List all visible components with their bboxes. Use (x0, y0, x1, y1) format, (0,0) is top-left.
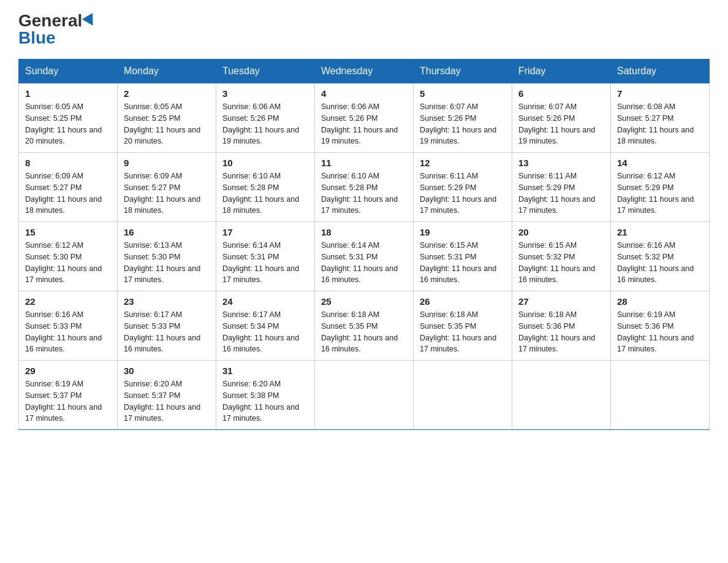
logo-triangle-icon (82, 13, 98, 29)
calendar-cell: 25 Sunrise: 6:18 AMSunset: 5:35 PMDaylig… (315, 291, 414, 361)
calendar-cell: 31 Sunrise: 6:20 AMSunset: 5:38 PMDaylig… (216, 361, 315, 430)
day-info: Sunrise: 6:07 AMSunset: 5:26 PMDaylight:… (518, 102, 595, 145)
calendar-week-row: 8 Sunrise: 6:09 AMSunset: 5:27 PMDayligh… (19, 153, 710, 222)
day-info: Sunrise: 6:10 AMSunset: 5:28 PMDaylight:… (321, 172, 398, 215)
page-header: General Blue (18, 12, 710, 47)
day-info: Sunrise: 6:11 AMSunset: 5:29 PMDaylight:… (420, 172, 496, 215)
day-info: Sunrise: 6:09 AMSunset: 5:27 PMDaylight:… (124, 172, 200, 215)
day-info: Sunrise: 6:18 AMSunset: 5:35 PMDaylight:… (420, 310, 496, 353)
day-number: 24 (222, 296, 308, 307)
day-info: Sunrise: 6:14 AMSunset: 5:31 PMDaylight:… (321, 241, 398, 284)
calendar-cell (315, 361, 414, 430)
day-number: 23 (124, 296, 210, 307)
calendar-week-row: 1 Sunrise: 6:05 AMSunset: 5:25 PMDayligh… (19, 83, 710, 153)
day-number: 26 (420, 296, 506, 307)
calendar-cell: 24 Sunrise: 6:17 AMSunset: 5:34 PMDaylig… (216, 291, 315, 361)
calendar-cell: 11 Sunrise: 6:10 AMSunset: 5:28 PMDaylig… (315, 153, 414, 222)
day-number: 22 (25, 296, 111, 307)
calendar-cell: 29 Sunrise: 6:19 AMSunset: 5:37 PMDaylig… (19, 361, 118, 430)
calendar-cell: 18 Sunrise: 6:14 AMSunset: 5:31 PMDaylig… (315, 222, 414, 291)
day-number: 21 (617, 227, 703, 237)
calendar-cell: 30 Sunrise: 6:20 AMSunset: 5:37 PMDaylig… (118, 361, 216, 430)
day-number: 1 (25, 88, 111, 99)
calendar-cell: 15 Sunrise: 6:12 AMSunset: 5:30 PMDaylig… (19, 222, 118, 291)
day-number: 5 (420, 88, 506, 99)
day-info: Sunrise: 6:16 AMSunset: 5:33 PMDaylight:… (25, 310, 102, 353)
weekday-header-sunday: Sunday (19, 59, 118, 83)
calendar-cell: 21 Sunrise: 6:16 AMSunset: 5:32 PMDaylig… (611, 222, 710, 291)
calendar-cell: 8 Sunrise: 6:09 AMSunset: 5:27 PMDayligh… (19, 153, 118, 222)
day-number: 20 (518, 227, 604, 237)
day-info: Sunrise: 6:05 AMSunset: 5:25 PMDaylight:… (124, 102, 200, 145)
calendar-cell: 28 Sunrise: 6:19 AMSunset: 5:36 PMDaylig… (611, 291, 710, 361)
calendar-cell: 17 Sunrise: 6:14 AMSunset: 5:31 PMDaylig… (216, 222, 315, 291)
day-number: 4 (321, 88, 407, 99)
day-number: 9 (124, 158, 210, 168)
day-number: 10 (222, 158, 308, 168)
day-info: Sunrise: 6:15 AMSunset: 5:31 PMDaylight:… (420, 241, 496, 284)
calendar-cell: 10 Sunrise: 6:10 AMSunset: 5:28 PMDaylig… (216, 153, 315, 222)
calendar-week-row: 15 Sunrise: 6:12 AMSunset: 5:30 PMDaylig… (19, 222, 710, 291)
calendar-cell: 6 Sunrise: 6:07 AMSunset: 5:26 PMDayligh… (512, 83, 611, 153)
day-info: Sunrise: 6:16 AMSunset: 5:32 PMDaylight:… (617, 241, 694, 284)
day-number: 6 (518, 88, 604, 99)
day-number: 17 (222, 227, 308, 237)
calendar-cell: 4 Sunrise: 6:06 AMSunset: 5:26 PMDayligh… (315, 83, 414, 153)
weekday-header-saturday: Saturday (611, 59, 710, 83)
day-number: 16 (124, 227, 210, 237)
day-number: 25 (321, 296, 407, 307)
weekday-header-friday: Friday (512, 59, 611, 83)
calendar-cell: 13 Sunrise: 6:11 AMSunset: 5:29 PMDaylig… (512, 153, 611, 222)
calendar-cell: 19 Sunrise: 6:15 AMSunset: 5:31 PMDaylig… (414, 222, 512, 291)
calendar-cell: 1 Sunrise: 6:05 AMSunset: 5:25 PMDayligh… (19, 83, 118, 153)
day-number: 15 (25, 227, 111, 237)
weekday-header-row: SundayMondayTuesdayWednesdayThursdayFrid… (19, 59, 710, 83)
calendar-cell: 5 Sunrise: 6:07 AMSunset: 5:26 PMDayligh… (414, 83, 512, 153)
day-info: Sunrise: 6:05 AMSunset: 5:25 PMDaylight:… (25, 102, 102, 145)
day-number: 27 (518, 296, 604, 307)
calendar-cell: 14 Sunrise: 6:12 AMSunset: 5:29 PMDaylig… (611, 153, 710, 222)
calendar-week-row: 29 Sunrise: 6:19 AMSunset: 5:37 PMDaylig… (19, 361, 710, 430)
day-number: 28 (617, 296, 703, 307)
calendar-cell: 26 Sunrise: 6:18 AMSunset: 5:35 PMDaylig… (414, 291, 512, 361)
logo-blue-text: Blue (18, 29, 56, 47)
day-number: 12 (420, 158, 506, 168)
calendar-week-row: 22 Sunrise: 6:16 AMSunset: 5:33 PMDaylig… (19, 291, 710, 361)
day-info: Sunrise: 6:08 AMSunset: 5:27 PMDaylight:… (617, 102, 694, 145)
day-info: Sunrise: 6:12 AMSunset: 5:29 PMDaylight:… (617, 172, 694, 215)
day-number: 3 (222, 88, 308, 99)
calendar-cell (611, 361, 710, 430)
calendar-cell: 20 Sunrise: 6:15 AMSunset: 5:32 PMDaylig… (512, 222, 611, 291)
day-number: 8 (25, 158, 111, 168)
day-info: Sunrise: 6:19 AMSunset: 5:36 PMDaylight:… (617, 310, 694, 353)
logo: General Blue (18, 12, 96, 47)
day-info: Sunrise: 6:13 AMSunset: 5:30 PMDaylight:… (124, 241, 200, 284)
calendar-cell: 9 Sunrise: 6:09 AMSunset: 5:27 PMDayligh… (118, 153, 216, 222)
calendar-cell: 2 Sunrise: 6:05 AMSunset: 5:25 PMDayligh… (118, 83, 216, 153)
day-info: Sunrise: 6:17 AMSunset: 5:34 PMDaylight:… (222, 310, 299, 353)
day-info: Sunrise: 6:10 AMSunset: 5:28 PMDaylight:… (222, 172, 299, 215)
day-number: 19 (420, 227, 506, 237)
day-info: Sunrise: 6:06 AMSunset: 5:26 PMDaylight:… (222, 102, 299, 145)
day-info: Sunrise: 6:12 AMSunset: 5:30 PMDaylight:… (25, 241, 102, 284)
calendar-cell: 16 Sunrise: 6:13 AMSunset: 5:30 PMDaylig… (118, 222, 216, 291)
calendar-cell: 23 Sunrise: 6:17 AMSunset: 5:33 PMDaylig… (118, 291, 216, 361)
day-info: Sunrise: 6:07 AMSunset: 5:26 PMDaylight:… (420, 102, 496, 145)
day-info: Sunrise: 6:19 AMSunset: 5:37 PMDaylight:… (25, 380, 102, 423)
day-info: Sunrise: 6:14 AMSunset: 5:31 PMDaylight:… (222, 241, 299, 284)
calendar-cell (414, 361, 512, 430)
day-info: Sunrise: 6:18 AMSunset: 5:35 PMDaylight:… (321, 310, 398, 353)
weekday-header-tuesday: Tuesday (216, 59, 315, 83)
day-number: 7 (617, 88, 703, 99)
day-info: Sunrise: 6:06 AMSunset: 5:26 PMDaylight:… (321, 102, 398, 145)
day-info: Sunrise: 6:20 AMSunset: 5:37 PMDaylight:… (124, 380, 200, 423)
day-info: Sunrise: 6:18 AMSunset: 5:36 PMDaylight:… (518, 310, 595, 353)
day-info: Sunrise: 6:15 AMSunset: 5:32 PMDaylight:… (518, 241, 595, 284)
weekday-header-monday: Monday (118, 59, 216, 83)
calendar-cell: 22 Sunrise: 6:16 AMSunset: 5:33 PMDaylig… (19, 291, 118, 361)
day-number: 11 (321, 158, 407, 168)
calendar-cell (512, 361, 611, 430)
calendar-cell: 12 Sunrise: 6:11 AMSunset: 5:29 PMDaylig… (414, 153, 512, 222)
weekday-header-thursday: Thursday (414, 59, 512, 83)
day-number: 18 (321, 227, 407, 237)
